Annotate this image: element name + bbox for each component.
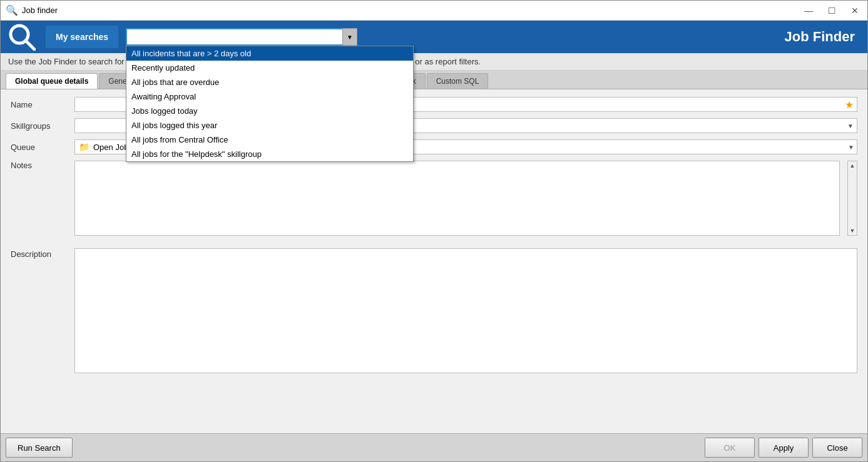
searches-dropdown-arrow[interactable]: ▼ xyxy=(342,28,357,46)
queue-folder-icon: 📁 xyxy=(79,142,89,152)
searches-input[interactable] xyxy=(126,28,357,46)
header-bar: My searches ▼ All incidents that are > 2… xyxy=(1,21,867,53)
name-star-icon: ★ xyxy=(845,99,854,111)
dropdown-item-5[interactable]: All jobs logged this year xyxy=(126,118,413,133)
ok-button[interactable]: OK xyxy=(705,438,755,458)
dropdown-item-3[interactable]: Awaiting Approval xyxy=(126,89,413,104)
my-searches-label: My searches xyxy=(46,26,118,48)
window-title: Job finder xyxy=(22,6,58,15)
app-logo xyxy=(6,21,38,53)
apply-button[interactable]: Apply xyxy=(758,438,809,458)
dropdown-item-0[interactable]: All incidents that are > 2 days old xyxy=(126,46,413,61)
notes-area: Notes ▲ ▼ xyxy=(11,161,857,242)
description-textarea[interactable] xyxy=(74,248,857,373)
maximize-button[interactable]: ☐ xyxy=(824,4,840,17)
skillgroups-label: Skillgroups xyxy=(11,121,67,131)
tab-custom-sql[interactable]: Custom SQL xyxy=(427,73,489,89)
app-title: Job Finder xyxy=(785,29,862,45)
app-icon: 🔍 xyxy=(6,4,18,16)
description-area: Description xyxy=(11,248,857,426)
svg-line-1 xyxy=(26,41,34,49)
searches-dropdown-wrap: ▼ All incidents that are > 2 days old Re… xyxy=(126,28,357,46)
dropdown-item-6[interactable]: All jobs from Central Office xyxy=(126,133,413,147)
dropdown-item-4[interactable]: Jobs logged today xyxy=(126,104,413,118)
queue-dropdown-icon: ▼ xyxy=(848,144,854,151)
footer-bar: Run Search OK Apply Close xyxy=(1,433,867,461)
close-window-button[interactable]: ✕ xyxy=(847,4,862,17)
description-label: Description xyxy=(11,248,67,259)
close-button[interactable]: Close xyxy=(812,438,862,458)
window-controls: — ☐ ✕ xyxy=(800,4,862,17)
name-label: Name xyxy=(11,100,67,109)
notes-label: Notes xyxy=(11,161,67,170)
dropdown-item-1[interactable]: Recently updated xyxy=(126,61,413,75)
minimize-button[interactable]: — xyxy=(800,4,817,17)
dropdown-item-2[interactable]: All jobs that are overdue xyxy=(126,75,413,89)
queue-label: Queue xyxy=(11,143,67,152)
tab-global-queue-details[interactable]: Global queue details xyxy=(6,73,98,89)
notes-scrollbar[interactable]: ▲ ▼ xyxy=(847,161,857,236)
dropdown-item-7[interactable]: All jobs for the "Helpdesk" skillgroup xyxy=(126,147,413,161)
title-bar: 🔍 Job finder — ☐ ✕ xyxy=(1,1,867,21)
run-search-button[interactable]: Run Search xyxy=(6,438,73,458)
searches-dropdown-popup: All incidents that are > 2 days old Rece… xyxy=(126,46,414,162)
notes-textarea[interactable] xyxy=(74,161,840,236)
